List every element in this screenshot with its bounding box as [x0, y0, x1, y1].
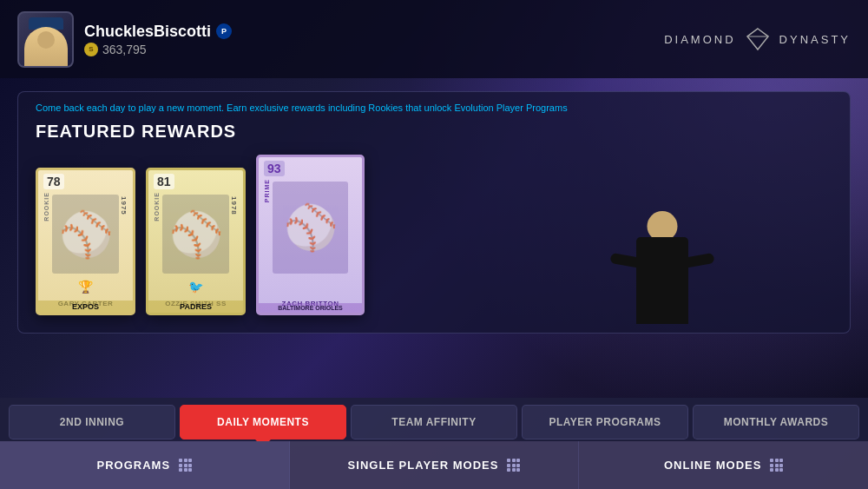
- card-1-rating: 78: [43, 174, 64, 189]
- card-2-player-image: ⚾: [162, 195, 229, 274]
- currency-amount: 363,795: [102, 43, 147, 56]
- card-2-type: ROOKIE: [154, 192, 160, 221]
- diamond-dynasty-logo: DIAMOND DYNASTY: [664, 26, 851, 52]
- promo-text: Come back each day to play a new moment.…: [36, 102, 832, 113]
- avatar: [17, 11, 74, 68]
- tabs-navigation: 2ND INNING DAILY MOMENTS TEAM AFFINITY P…: [0, 398, 868, 446]
- online-grid-icon: [770, 459, 783, 472]
- bottom-nav-programs-label: PROGRAMS: [97, 459, 171, 472]
- bottom-nav-single-player-label: SINGLE PLAYER MODES: [348, 459, 499, 472]
- bottom-navigation: PROGRAMS SINGLE PLAYER MODES ONLIN: [0, 441, 868, 489]
- card-2-logo: 🐦: [188, 280, 203, 294]
- player-info: ChucklesBiscotti P S 363,795: [17, 11, 232, 68]
- card-1-silhouette: ⚾: [59, 209, 113, 260]
- player-details: ChucklesBiscotti P S 363,795: [84, 23, 232, 56]
- card-1-logo: 🏆: [78, 280, 93, 294]
- player-currency: S 363,795: [84, 43, 232, 56]
- currency-icon: S: [84, 43, 98, 56]
- card-gary-carter[interactable]: 78 ROOKIE 1975 ⚾ 🏆 GARY CARTER EXPOS: [36, 168, 135, 315]
- tab-2nd-inning[interactable]: 2ND INNING: [9, 405, 175, 439]
- featured-banner: Come back each day to play a new moment.…: [17, 91, 851, 334]
- card-3-rating: 93: [264, 161, 285, 176]
- bottom-nav-online-label: ONLINE MODES: [664, 459, 761, 472]
- svg-marker-0: [747, 29, 768, 50]
- single-player-grid-icon: [507, 459, 520, 472]
- tab-daily-moments[interactable]: DAILY MOMENTS: [180, 405, 346, 439]
- tab-monthly-awards[interactable]: MONTHLY AWARDS: [693, 405, 859, 439]
- card-2-year: 1978: [230, 196, 238, 215]
- card-1-year: 1975: [120, 196, 128, 215]
- programs-grid-icon: [179, 459, 192, 472]
- card-ozzie-smith[interactable]: 81 ROOKIE 1978 ⚾ 🐦 OZZIE SMITH SS PADRES: [146, 168, 246, 315]
- tab-player-programs-label: PLAYER PROGRAMS: [549, 416, 661, 428]
- card-2-rating: 81: [154, 174, 174, 189]
- card-1-type: ROOKIE: [43, 192, 49, 221]
- card-1-team-name: EXPOS: [38, 301, 133, 313]
- featured-title: FEATURED REWARDS: [36, 122, 832, 142]
- header: ChucklesBiscotti P S 363,795 DIAMOND DYN…: [0, 0, 868, 78]
- bottom-nav-programs[interactable]: PROGRAMS: [0, 441, 290, 489]
- avatar-figure: [24, 27, 68, 68]
- card-3-team-name: BALTIMORE ORIOLES: [259, 303, 362, 313]
- card-2-silhouette: ⚾: [169, 209, 223, 260]
- tab-player-programs[interactable]: PLAYER PROGRAMS: [522, 405, 688, 439]
- bottom-nav-online[interactable]: ONLINE MODES: [579, 441, 868, 489]
- cards-container: 78 ROOKIE 1975 ⚾ 🏆 GARY CARTER EXPOS 81 …: [36, 155, 832, 315]
- card-3-type: PRIME: [264, 179, 270, 202]
- bottom-nav-single-player[interactable]: SINGLE PLAYER MODES: [290, 441, 580, 489]
- diamond-shape-icon: [745, 26, 771, 52]
- dd-logo-text: DIAMOND: [664, 33, 735, 46]
- card-1-player-image: ⚾: [52, 195, 119, 274]
- main-content: Come back each day to play a new moment.…: [0, 78, 868, 402]
- tab-team-affinity-label: TEAM AFFINITY: [391, 416, 476, 428]
- card-3-silhouette: ⚾: [284, 202, 338, 253]
- tab-daily-moments-label: DAILY MOMENTS: [217, 416, 309, 428]
- player-name-row: ChucklesBiscotti P: [84, 23, 232, 41]
- dd-logo-text2: DYNASTY: [779, 33, 851, 46]
- player-name-text: ChucklesBiscotti: [84, 23, 211, 41]
- psn-icon: P: [216, 23, 232, 39]
- tab-2nd-inning-label: 2ND INNING: [60, 416, 124, 428]
- tab-monthly-awards-label: MONTHLY AWARDS: [724, 416, 829, 428]
- tab-team-affinity[interactable]: TEAM AFFINITY: [351, 405, 517, 439]
- card-2-team-name: PADRES: [148, 301, 243, 313]
- card-3-player-image: ⚾: [273, 182, 348, 274]
- card-zach-britton[interactable]: 93 PRIME ⚾ ZACH BRITTON BALTIMORE ORIOLE…: [256, 155, 365, 315]
